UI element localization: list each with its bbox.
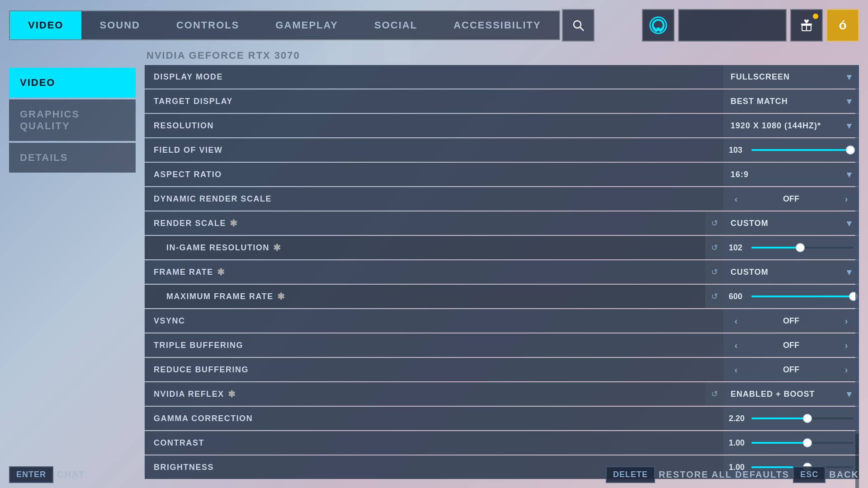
setting-label-vsync: VSYNC — [145, 309, 723, 333]
setting-label-reduce-buffering: REDUCE BUFFERING — [145, 358, 723, 381]
arrow-right-triple-buffering[interactable]: › — [839, 338, 854, 352]
sidebar: VIDEO GRAPHICS QUALITY DETAILS — [9, 50, 136, 456]
setting-row-reduce-buffering: REDUCE BUFFERING ‹ OFF › — [145, 358, 859, 381]
svg-line-1 — [580, 27, 584, 31]
slider-track-gamma — [751, 418, 854, 419]
search-button[interactable] — [562, 9, 594, 42]
slider-thumb-gamma[interactable] — [803, 414, 812, 423]
icon-group-frame-rate: ↺ — [705, 260, 723, 284]
icon-group-nvidia-reflex: ↺ — [705, 382, 723, 406]
arrow-triple-buffering: ‹ OFF › — [723, 333, 859, 357]
back-button[interactable]: BACK — [829, 469, 859, 480]
nav-tab-sound[interactable]: SOUND — [81, 11, 158, 39]
setting-row-vsync: VSYNC ‹ OFF › — [145, 309, 859, 333]
arrow-right-reduce-buffering[interactable]: › — [839, 362, 854, 377]
setting-row-ingame-resolution: IN-GAME RESOLUTION ✱ ↺ 102 — [145, 236, 859, 259]
sidebar-item-graphics-quality[interactable]: GRAPHICS QUALITY — [9, 99, 136, 141]
setting-label-target-display: TARGET DISPLAY — [145, 89, 723, 113]
overwatch-logo — [642, 9, 675, 42]
icon-group-render-scale: ↺ — [705, 211, 723, 235]
asterisk-icon: ✱ — [230, 218, 238, 229]
slider-fov[interactable]: 103 — [723, 138, 859, 162]
dropdown-aspect-ratio[interactable]: 16:9 ▾ — [723, 163, 859, 186]
restore-defaults-button[interactable]: RESTORE ALL DEFAULTS — [659, 469, 789, 480]
slider-fill-gamma — [751, 418, 807, 419]
enter-key-label: ENTER — [9, 466, 53, 483]
asterisk-icon: ✱ — [228, 389, 236, 399]
dropdown-frame-rate[interactable]: CUSTOM ▾ — [723, 260, 859, 284]
gpu-title: NVIDIA GEFORCE RTX 3070 — [145, 50, 859, 61]
chevron-down-icon: ▾ — [847, 96, 852, 107]
chevron-down-icon: ▾ — [847, 389, 852, 399]
nav-tab-accessibility[interactable]: ACCESSIBILITY — [435, 11, 559, 39]
scrollbar[interactable] — [855, 65, 859, 488]
setting-row-dynamic-render-scale: DYNAMIC RENDER SCALE ‹ OFF › — [145, 187, 859, 211]
username-display — [678, 9, 787, 42]
nav-tabs: VIDEO SOUND CONTROLS GAMEPLAY SOCIAL ACC… — [9, 10, 560, 40]
gift-button[interactable] — [790, 9, 823, 42]
dropdown-display-mode[interactable]: FULLSCREEN ▾ — [723, 65, 859, 89]
arrow-left-triple-buffering[interactable]: ‹ — [729, 338, 743, 352]
nav-tab-controls[interactable]: CONTROLS — [158, 11, 257, 39]
arrow-left-reduce-buffering[interactable]: ‹ — [729, 362, 743, 377]
arrow-vsync: ‹ OFF › — [723, 309, 859, 333]
setting-label-render-scale: RENDER SCALE ✱ — [145, 211, 705, 235]
slider-max-frame-rate[interactable]: 600 — [723, 285, 859, 308]
setting-label-fov: FIELD OF VIEW — [145, 138, 723, 162]
setting-row-aspect-ratio: ASPECT RATIO 16:9 ▾ — [145, 163, 859, 186]
setting-label-frame-rate: FRAME RATE ✱ — [145, 260, 705, 284]
slider-ingame-resolution[interactable]: 102 — [723, 236, 859, 259]
notification-dot — [813, 14, 818, 19]
reset-btn-max-frame-rate[interactable]: ↺ — [705, 285, 723, 308]
setting-label-resolution: RESOLUTION — [145, 114, 723, 137]
chat-action-label: CHAT — [57, 469, 85, 480]
asterisk-icon: ✱ — [273, 242, 282, 253]
sidebar-item-video[interactable]: VIDEO — [9, 68, 136, 98]
nav-tab-gameplay[interactable]: GAMEPLAY — [257, 11, 356, 39]
chevron-down-icon: ▾ — [847, 218, 852, 229]
arrow-right-btn[interactable]: › — [839, 192, 854, 206]
setting-label-contrast: CONTRAST — [145, 431, 723, 455]
reset-btn-ingame-resolution[interactable]: ↺ — [705, 236, 723, 259]
setting-label-nvidia-reflex: NVIDIA REFLEX ✱ — [145, 382, 705, 406]
setting-row-nvidia-reflex: NVIDIA REFLEX ✱ ↺ ENABLED + BOOST ▾ — [145, 382, 859, 406]
top-right-area: ó — [642, 9, 859, 42]
setting-row-triple-buffering: TRIPLE BUFFERING ‹ OFF › — [145, 333, 859, 357]
arrow-left-vsync[interactable]: ‹ — [729, 314, 743, 328]
icon-group-ingame-resolution: ↺ — [705, 236, 723, 259]
sidebar-item-details[interactable]: DETAILS — [9, 143, 136, 173]
arrow-dynamic-render-scale: ‹ OFF › — [723, 187, 859, 211]
arrow-right-vsync[interactable]: › — [839, 314, 854, 328]
setting-label-display-mode: DISPLAY MODE — [145, 65, 723, 89]
nav-tab-social[interactable]: SOCIAL — [356, 11, 435, 39]
slider-gamma[interactable]: 2.20 — [723, 407, 859, 430]
nav-tab-video[interactable]: VIDEO — [10, 11, 81, 39]
dropdown-target-display[interactable]: BEST MATCH ▾ — [723, 89, 859, 113]
slider-thumb-contrast[interactable] — [803, 438, 812, 447]
slider-contrast[interactable]: 1.00 — [723, 431, 859, 455]
bottom-left-controls: ENTER CHAT — [9, 466, 85, 483]
dropdown-nvidia-reflex[interactable]: ENABLED + BOOST ▾ — [723, 382, 859, 406]
setting-label-aspect-ratio: ASPECT RATIO — [145, 163, 723, 186]
slider-fill-fov — [751, 149, 850, 151]
reset-btn-render-scale[interactable]: ↺ — [705, 211, 723, 235]
reset-btn-nvidia-reflex[interactable]: ↺ — [705, 382, 723, 406]
dropdown-render-scale[interactable]: CUSTOM ▾ — [723, 211, 859, 235]
settings-scroll[interactable]: DISPLAY MODE FULLSCREEN ▾ TARGET DISPLAY… — [145, 65, 859, 488]
setting-label-gamma: GAMMA CORRECTION — [145, 407, 723, 430]
chevron-down-icon: ▾ — [847, 169, 852, 180]
currency-button[interactable]: ó — [826, 9, 859, 42]
setting-row-render-scale: RENDER SCALE ✱ ↺ CUSTOM ▾ — [145, 211, 859, 235]
dropdown-resolution[interactable]: 1920 X 1080 (144HZ)* ▾ — [723, 114, 859, 137]
setting-row-gamma: GAMMA CORRECTION 2.20 — [145, 407, 859, 430]
arrow-reduce-buffering: ‹ OFF › — [723, 358, 859, 381]
arrow-left-btn[interactable]: ‹ — [729, 192, 743, 206]
scroll-thumb[interactable] — [855, 65, 859, 434]
slider-track-ingame-resolution — [751, 247, 854, 249]
setting-row-target-display: TARGET DISPLAY BEST MATCH ▾ — [145, 89, 859, 113]
setting-label-max-frame-rate: MAXIMUM FRAME RATE ✱ — [145, 285, 705, 308]
delete-key-label: DELETE — [606, 466, 655, 483]
slider-thumb-ingame-resolution[interactable] — [796, 243, 805, 252]
reset-btn-frame-rate[interactable]: ↺ — [705, 260, 723, 284]
slider-thumb-fov[interactable] — [846, 145, 855, 155]
